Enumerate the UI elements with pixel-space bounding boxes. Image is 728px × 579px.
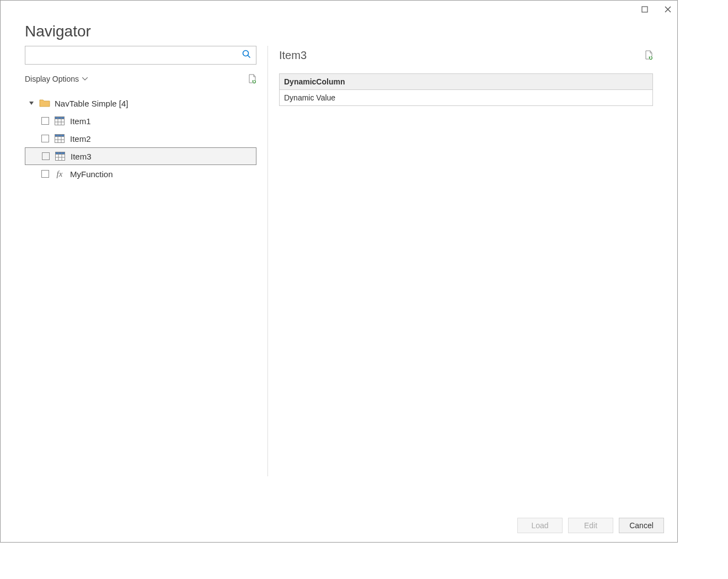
tree-root-label: NavTable Simple [4] [55, 99, 128, 108]
tree-item[interactable]: Item3 [25, 147, 256, 165]
checkbox[interactable] [42, 152, 50, 160]
tree-item[interactable]: Item2 [25, 130, 256, 147]
dialog-body: Display Options NavTable Simple [4] [1, 46, 677, 510]
display-options-label: Display Options [25, 75, 79, 83]
tree-root-node[interactable]: NavTable Simple [4] [25, 94, 256, 112]
edit-button[interactable]: Edit [568, 518, 613, 533]
svg-rect-17 [56, 152, 65, 155]
checkbox[interactable] [41, 170, 49, 178]
preview-header: Item3 [279, 46, 653, 65]
display-options-dropdown[interactable]: Display Options [25, 75, 88, 83]
tree-item-label: Item2 [70, 134, 91, 144]
tree-item-label: MyFunction [70, 169, 113, 179]
column-header[interactable]: DynamicColumn [280, 74, 653, 90]
svg-line-4 [248, 55, 250, 57]
dialog-header: Navigator [1, 18, 677, 46]
dialog-title: Navigator [25, 23, 653, 40]
nav-tree: NavTable Simple [4] Item1 Item2 Item3 [25, 94, 256, 183]
table-row[interactable]: Dynamic Value [280, 90, 653, 106]
svg-rect-0 [642, 7, 647, 12]
tree-item[interactable]: fx MyFunction [25, 165, 256, 183]
search-box[interactable] [25, 46, 256, 65]
search-input[interactable] [30, 51, 242, 60]
load-button[interactable]: Load [517, 518, 563, 533]
function-icon: fx [55, 169, 65, 179]
close-icon[interactable] [663, 4, 673, 14]
refresh-preview-icon[interactable] [644, 50, 653, 60]
checkbox[interactable] [41, 135, 49, 142]
maximize-icon[interactable] [640, 4, 650, 14]
preview-title: Item3 [279, 49, 307, 62]
tree-item[interactable]: Item1 [25, 112, 256, 130]
dialog-footer: Load Edit Cancel [1, 510, 677, 542]
table-icon [55, 116, 65, 125]
table-header-row: DynamicColumn [280, 74, 653, 90]
left-pane: Display Options NavTable Simple [4] [25, 46, 256, 510]
titlebar [1, 1, 677, 18]
options-row: Display Options [25, 71, 256, 87]
folder-icon [39, 98, 50, 109]
vertical-divider [267, 46, 268, 476]
chevron-down-icon [82, 77, 88, 81]
search-icon[interactable] [242, 49, 251, 61]
tree-item-label: Item1 [70, 116, 91, 126]
tree-item-label: Item3 [71, 152, 92, 161]
navigator-dialog: Navigator Display Options [0, 0, 678, 543]
preview-table: DynamicColumn Dynamic Value [279, 73, 653, 106]
table-icon [55, 134, 65, 143]
expand-collapse-icon[interactable] [29, 102, 34, 105]
table-icon [55, 152, 65, 161]
cancel-button[interactable]: Cancel [619, 518, 664, 533]
refresh-icon[interactable] [248, 74, 256, 84]
svg-rect-12 [55, 135, 65, 137]
right-pane: Item3 DynamicColumn Dynamic Value [279, 46, 653, 510]
checkbox[interactable] [41, 117, 49, 125]
table-cell: Dynamic Value [280, 90, 653, 106]
svg-rect-7 [55, 117, 65, 119]
svg-point-3 [243, 51, 249, 56]
